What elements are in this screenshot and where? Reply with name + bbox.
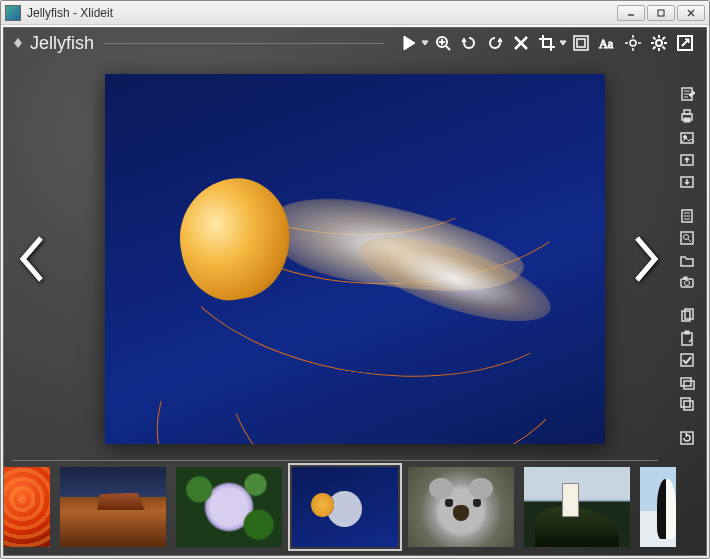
folder-button[interactable] [676, 250, 698, 270]
right-toolbar [676, 84, 702, 448]
svg-rect-64 [684, 381, 694, 389]
refresh-icon [679, 430, 695, 446]
svg-rect-17 [574, 36, 588, 50]
thumbnail-strip[interactable] [4, 459, 676, 555]
svg-rect-57 [684, 277, 687, 279]
list-icon [679, 208, 695, 224]
svg-rect-61 [685, 331, 689, 334]
check-icon [679, 352, 695, 368]
svg-point-25 [656, 40, 662, 46]
play-button[interactable] [398, 32, 420, 54]
edit-icon [679, 86, 695, 102]
top-toolbar: Jellyfish Aa [4, 28, 706, 58]
svg-point-56 [685, 281, 690, 286]
svg-point-20 [630, 40, 636, 46]
svg-rect-42 [684, 110, 690, 114]
svg-line-9 [446, 46, 450, 50]
app-body: Jellyfish Aa [3, 27, 707, 556]
stack-button[interactable] [676, 394, 698, 414]
close-button[interactable] [677, 5, 705, 21]
svg-marker-13 [498, 38, 502, 42]
copy-button[interactable] [676, 306, 698, 326]
window-title: Jellyfish - Xlideit [27, 6, 615, 20]
thumbnail-lighthouse[interactable] [524, 467, 630, 547]
paste-icon [679, 330, 695, 346]
delete-button[interactable] [510, 32, 532, 54]
image-button[interactable] [676, 128, 698, 148]
app-window: Jellyfish - Xlideit Jellyfish Aa [0, 0, 710, 559]
svg-line-32 [663, 37, 666, 40]
thumbnail-hydrangeas[interactable] [176, 467, 282, 547]
svg-marker-68 [686, 433, 688, 437]
export-button[interactable] [676, 150, 698, 170]
svg-rect-43 [684, 118, 690, 122]
image-viewer [4, 58, 706, 459]
play-menu-button[interactable] [421, 32, 429, 54]
camera-button[interactable] [676, 272, 698, 292]
titlebar: Jellyfish - Xlideit [1, 1, 709, 25]
svg-rect-1 [658, 10, 664, 16]
svg-rect-62 [681, 354, 693, 366]
find-button[interactable] [676, 228, 698, 248]
svg-text:Aa: Aa [599, 37, 614, 51]
rotate-cw-button[interactable] [484, 32, 506, 54]
minimize-button[interactable] [617, 5, 645, 21]
svg-marker-12 [462, 38, 466, 42]
import-button[interactable] [676, 172, 698, 192]
fit-screen-button[interactable] [622, 32, 644, 54]
folder-icon [679, 252, 695, 268]
find-icon [679, 230, 695, 246]
export-icon [679, 152, 695, 168]
next-image-button[interactable] [626, 229, 666, 289]
toolbar-divider [104, 43, 384, 44]
thumbnail-desert[interactable] [60, 467, 166, 547]
svg-rect-60 [682, 333, 692, 345]
svg-line-54 [688, 239, 691, 242]
camera-icon [679, 274, 695, 290]
zoom-in-button[interactable] [432, 32, 454, 54]
resize-button[interactable] [570, 32, 592, 54]
viewer-divider [12, 460, 658, 461]
print-icon [679, 108, 695, 124]
settings-button[interactable] [648, 32, 670, 54]
main-image[interactable] [105, 74, 605, 444]
refresh-button[interactable] [676, 428, 698, 448]
svg-line-30 [653, 37, 656, 40]
prev-image-button[interactable] [12, 229, 52, 289]
paste-button[interactable] [676, 328, 698, 348]
crop-button[interactable] [536, 32, 558, 54]
edit-button[interactable] [676, 84, 698, 104]
svg-rect-63 [681, 378, 691, 386]
thumbnail-chrysanthemum[interactable] [4, 467, 50, 547]
thumbnail-penguins[interactable] [640, 467, 676, 547]
svg-line-31 [663, 47, 666, 50]
image-icon [679, 130, 695, 146]
svg-rect-66 [684, 401, 693, 410]
print-button[interactable] [676, 106, 698, 126]
svg-rect-65 [681, 398, 690, 407]
svg-line-33 [653, 47, 656, 50]
svg-marker-5 [14, 43, 22, 48]
list-button[interactable] [676, 206, 698, 226]
import-icon [679, 174, 695, 190]
app-icon [5, 5, 21, 21]
check-button[interactable] [676, 350, 698, 370]
svg-rect-18 [577, 39, 585, 47]
svg-marker-16 [560, 41, 566, 45]
image-name: Jellyfish [30, 33, 94, 54]
text-tool-button[interactable]: Aa [596, 32, 618, 54]
stack-icon [679, 396, 695, 412]
copy-icon [679, 308, 695, 324]
layers-icon [679, 374, 695, 390]
svg-rect-52 [681, 232, 693, 244]
layers-button[interactable] [676, 372, 698, 392]
svg-marker-6 [404, 36, 415, 50]
fullscreen-button[interactable] [674, 32, 696, 54]
maximize-button[interactable] [647, 5, 675, 21]
rotate-ccw-button[interactable] [458, 32, 480, 54]
thumbnail-jellyfish[interactable] [292, 467, 398, 547]
thumbnail-koala[interactable] [408, 467, 514, 547]
name-dropdown-button[interactable] [12, 32, 24, 54]
crop-menu-button[interactable] [559, 32, 567, 54]
svg-point-53 [684, 235, 689, 240]
